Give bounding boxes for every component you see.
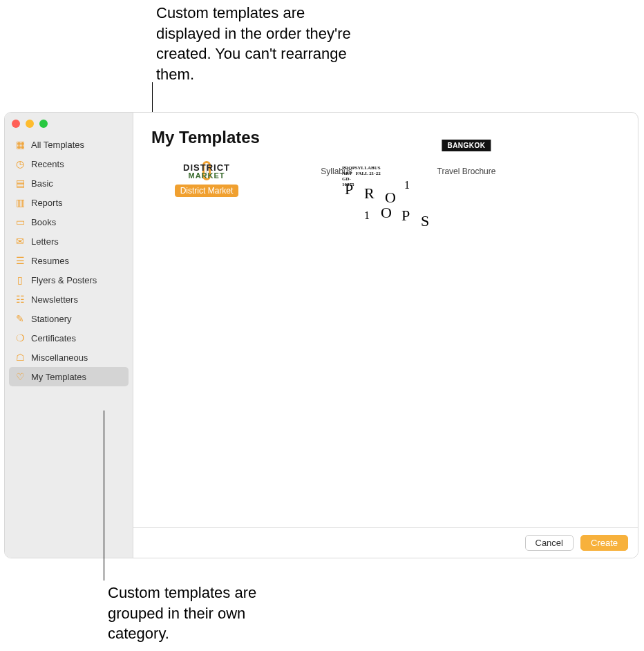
sidebar-item-label: Reports (31, 198, 63, 208)
sidebar-category-list: ▦All Templates◷Recents▤Basic▥Reports▭Boo… (5, 135, 133, 386)
heart-icon: ♡ (15, 371, 26, 382)
sidebar-item-miscellaneous[interactable]: ☖Miscellaneous (9, 348, 129, 367)
person-icon: ☰ (15, 255, 26, 266)
sidebar-item-label: Books (31, 217, 56, 227)
sidebar-item-label: My Templates (31, 372, 86, 382)
report-icon: ▥ (15, 197, 26, 208)
envelope-icon: ✉ (15, 236, 26, 247)
sidebar-item-recents[interactable]: ◷Recents (9, 154, 129, 173)
callout-leader-line (104, 411, 104, 581)
template-thumbnail: DISTRICT MARKET (206, 164, 207, 177)
sidebar-item-label: Stationery (31, 314, 72, 324)
book-icon: ▭ (15, 216, 26, 227)
clock-icon: ◷ (15, 158, 26, 169)
content-area: My Templates DISTRICT MARKET (133, 113, 638, 527)
main-pane: My Templates DISTRICT MARKET (133, 113, 638, 558)
doc-icon: ▤ (15, 178, 26, 189)
sidebar-item-label: Letters (31, 236, 59, 247)
pencil-icon: ✎ (15, 313, 26, 324)
sidebar-item-basic[interactable]: ▤Basic (9, 173, 129, 193)
sidebar-item-letters[interactable]: ✉Letters (9, 232, 129, 251)
callout-top: Custom templates are displayed in the or… (156, 3, 370, 85)
sidebar-item-resumes[interactable]: ☰Resumes (9, 251, 129, 270)
sidebar-item-label: Resumes (31, 256, 69, 266)
template-grid: DISTRICT MARKET District Market (151, 161, 620, 197)
sidebar-item-books[interactable]: ▭Books (9, 212, 129, 232)
sidebar-item-label: Recents (31, 159, 64, 169)
template-travel-brochure[interactable]: BANGKOK Travel Brochure (411, 161, 522, 178)
template-label: Travel Brochure (432, 165, 502, 178)
window-controls (5, 117, 133, 135)
sidebar-item-label: Miscellaneous (31, 352, 88, 363)
poster-icon: ▯ (15, 274, 26, 285)
sidebar-item-reports[interactable]: ▥Reports (9, 193, 129, 212)
thumb-text: MARKET (206, 171, 207, 177)
ribbon-icon: ❍ (15, 332, 26, 343)
cancel-button[interactable]: Cancel (525, 535, 574, 551)
callout-bottom: Custom templates are grouped in their ow… (108, 583, 287, 644)
minimize-window-button[interactable] (26, 120, 34, 128)
template-chooser-window: ▦All Templates◷Recents▤Basic▥Reports▭Boo… (4, 112, 638, 558)
sidebar-item-label: Newsletters (31, 294, 78, 305)
close-window-button[interactable] (12, 120, 20, 128)
sidebar-item-label: Basic (31, 178, 53, 189)
template-label: District Market (175, 185, 239, 197)
sidebar: ▦All Templates◷Recents▤Basic▥Reports▭Boo… (5, 113, 133, 558)
sidebar-item-my-templates[interactable]: ♡My Templates (9, 367, 129, 386)
template-syllabus[interactable]: PROP ART GD-10875 SYLLABUS FALL 21-22 (281, 161, 392, 178)
sidebar-item-certificates[interactable]: ❍Certificates (9, 328, 129, 348)
archive-icon: ☖ (15, 352, 26, 363)
sidebar-item-label: Certificates (31, 333, 76, 343)
grid-icon: ▦ (15, 139, 26, 150)
sidebar-item-label: Flyers & Posters (31, 275, 97, 285)
page-title: My Templates (151, 128, 620, 147)
sidebar-item-label: All Templates (31, 140, 84, 150)
sidebar-item-stationery[interactable]: ✎Stationery (9, 309, 129, 328)
news-icon: ☷ (15, 294, 26, 305)
create-button[interactable]: Create (580, 535, 628, 551)
template-district-market[interactable]: DISTRICT MARKET District Market (151, 161, 262, 197)
zoom-window-button[interactable] (39, 120, 48, 128)
sidebar-item-newsletters[interactable]: ☷Newsletters (9, 290, 129, 309)
footer-bar: Cancel Create (133, 527, 638, 558)
sidebar-item-all-templates[interactable]: ▦All Templates (9, 135, 129, 154)
sidebar-item-flyers-posters[interactable]: ▯Flyers & Posters (9, 270, 129, 290)
